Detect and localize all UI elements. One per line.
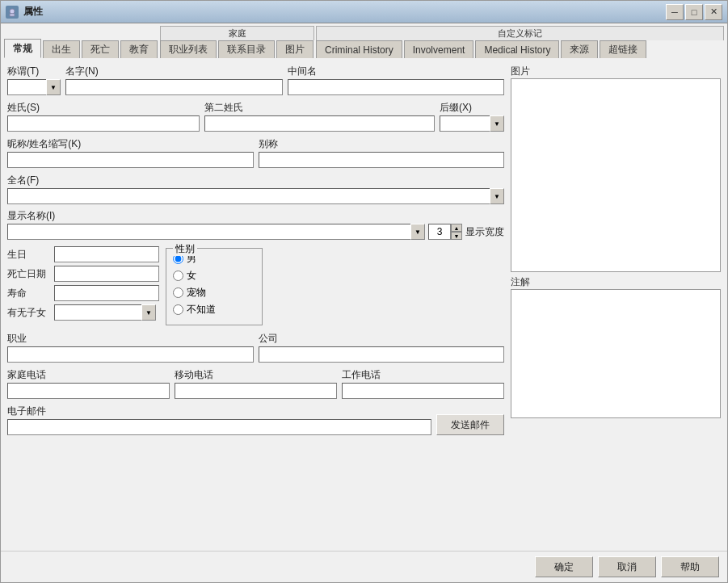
lastname-input[interactable] [7,115,200,132]
salutation-input[interactable] [7,79,46,95]
custom-marks-group-label: 自定义标记 [316,26,724,40]
death-label: 死亡日期 [7,267,49,281]
gender-radio-unknown[interactable] [173,304,183,315]
displayname-dropdown[interactable]: ▼ [7,224,425,240]
right-panel: 图片 注解 [511,65,721,544]
gender-option-female[interactable]: 女 [173,269,255,283]
email-input[interactable] [7,419,431,435]
occupation-row: 职业 公司 [7,332,504,363]
salutation-dropdown[interactable]: ▼ [7,79,61,95]
tabs-container: 常规 出生 死亡 教育 家庭 职业列表 联系目录 图片 自定义标记 Crimin… [1,23,727,58]
tab-hyperlink[interactable]: 超链接 [600,40,646,58]
birthday-input[interactable] [54,246,159,262]
email-row: 电子邮件 发送邮件 [7,405,504,435]
notes-section: 注解 [511,275,721,544]
alias-input[interactable] [259,152,505,168]
lifespan-input[interactable] [54,285,159,301]
suffix-input[interactable] [440,115,490,132]
gender-legend: 性别 [173,242,197,256]
nickname-input[interactable] [7,152,254,168]
window-title: 属性 [23,5,666,19]
gender-option-pet[interactable]: 宠物 [173,286,255,300]
occupation-input[interactable] [7,346,254,363]
nickname-group: 昵称/姓名缩写(K) [7,137,254,168]
notes-label: 注解 [511,276,530,287]
lastname2-input[interactable] [204,115,435,132]
display-width-label: 显示宽度 [465,225,504,239]
company-label: 公司 [259,332,505,346]
firstname-label: 名字(N) [65,65,283,78]
gender-option-unknown[interactable]: 不知道 [173,303,255,317]
children-label: 有无子女 [7,306,49,320]
alias-label: 别称 [259,137,505,151]
close-button[interactable]: ✕ [705,4,722,20]
tab-source[interactable]: 来源 [561,40,598,58]
displayname-input[interactable] [7,224,410,240]
company-group: 公司 [259,332,505,363]
mobile-input[interactable] [175,383,337,399]
lastname-group: 姓氏(S) [7,101,200,132]
spinner-up-btn[interactable]: ▲ [451,224,462,232]
spinner-down-btn[interactable]: ▼ [451,232,462,240]
notes-textarea[interactable] [513,292,718,416]
firstname-input[interactable] [65,79,283,95]
middlename-input[interactable] [288,79,505,95]
tab-photos[interactable]: 图片 [276,40,314,58]
send-email-button[interactable]: 发送邮件 [436,414,504,435]
help-button[interactable]: 帮助 [661,556,719,577]
salutation-dropdown-btn[interactable]: ▼ [46,79,61,95]
fullname-dropdown-btn[interactable]: ▼ [490,188,504,204]
main-window: 属性 ─ □ ✕ 常规 出生 死亡 教育 家庭 职业列表 联系目录 图片 [0,0,728,583]
lastname2-label: 第二姓氏 [204,101,435,115]
children-input[interactable] [54,304,141,321]
displayname-label: 显示名称(I) [7,209,504,223]
tab-occupation-list[interactable]: 职业列表 [160,40,217,58]
display-width-input[interactable] [428,224,451,240]
tab-education[interactable]: 教育 [120,40,158,58]
occupation-label: 职业 [7,332,254,346]
tab-criminal-history[interactable]: Criminal History [316,40,402,58]
minimize-button[interactable]: ─ [666,4,684,20]
email-group: 电子邮件 [7,405,431,435]
family-group-label: 家庭 [160,26,314,40]
cancel-button[interactable]: 取消 [598,556,656,577]
tab-involvement[interactable]: Involvement [404,40,474,58]
fullname-group: 全名(F) ▼ [7,174,504,204]
displayname-row: ▼ ▲ ▼ 显示宽度 [7,224,504,240]
fullname-dropdown[interactable]: ▼ [7,188,504,204]
fullname-input[interactable] [7,188,490,204]
death-input[interactable] [54,266,159,282]
children-dropdown-btn[interactable]: ▼ [141,304,156,321]
title-bar: 属性 ─ □ ✕ [1,1,727,23]
tab-death[interactable]: 死亡 [82,40,119,58]
suffix-dropdown-btn[interactable]: ▼ [490,115,504,132]
tab-contact-dir[interactable]: 联系目录 [218,40,275,58]
death-row: 死亡日期 [7,266,159,282]
window-controls: ─ □ ✕ [666,4,722,20]
name-row-3: 昵称/姓名缩写(K) 别称 [7,137,504,168]
birthday-label: 生日 [7,248,49,262]
display-width-spinner[interactable]: ▲ ▼ [428,224,462,240]
ok-button[interactable]: 确定 [535,556,593,577]
middlename-group: 中间名 [288,65,505,95]
middlename-label: 中间名 [288,65,505,78]
tab-medical-history[interactable]: Medical History [475,40,559,58]
maximize-button[interactable]: □ [685,4,703,20]
displayname-dropdown-btn[interactable]: ▼ [410,224,425,240]
children-dropdown[interactable]: ▼ [54,304,156,321]
displayname-group: 显示名称(I) ▼ ▲ ▼ 显示宽度 [7,209,504,240]
main-content: 称谓(T) ▼ 名字(N) 中间名 姓氏(S) [1,58,727,551]
tab-birth[interactable]: 出生 [43,40,80,58]
tab-general[interactable]: 常规 [4,39,41,58]
app-icon [6,6,19,19]
home-phone-input[interactable] [7,383,170,399]
left-panel: 称谓(T) ▼ 名字(N) 中间名 姓氏(S) [7,65,504,544]
gender-radio-female[interactable] [173,271,183,281]
gender-group: 性别 男 女 宠物 不知道 [166,248,263,325]
suffix-dropdown[interactable]: ▼ [440,115,504,132]
fullname-label: 全名(F) [7,174,504,187]
company-input[interactable] [259,346,505,363]
lifespan-row: 寿命 [7,285,159,301]
gender-radio-pet[interactable] [173,287,183,298]
work-phone-input[interactable] [342,383,504,399]
